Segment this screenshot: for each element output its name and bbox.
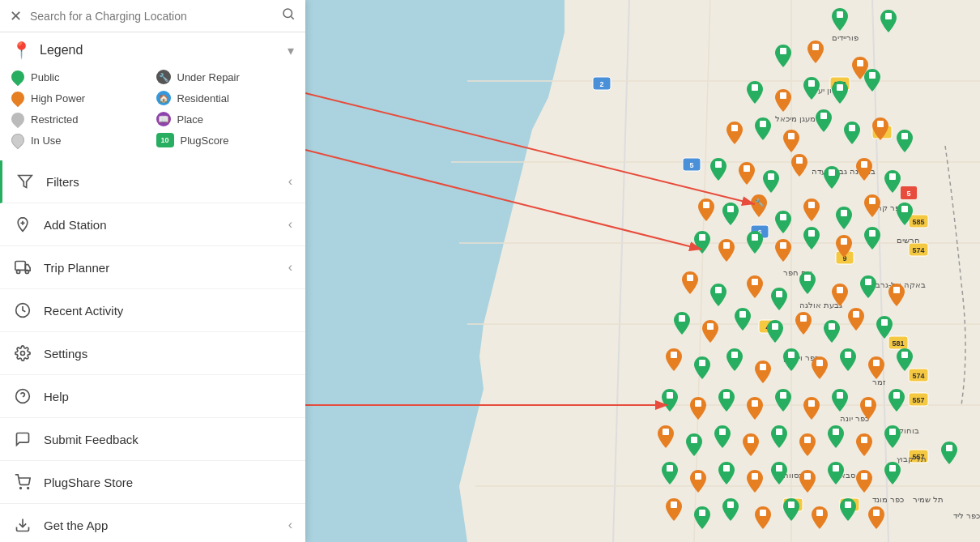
svg-rect-77 [780, 48, 786, 54]
get-app-menu-item[interactable]: Get the App ‹ [0, 504, 305, 542]
svg-rect-135 [816, 360, 823, 366]
search-input[interactable] [30, 10, 273, 23]
svg-rect-165 [861, 473, 867, 480]
svg-rect-174 [873, 510, 880, 516]
legend-item-residential: 🏠 Residential [156, 89, 295, 107]
svg-rect-130 [671, 352, 677, 358]
svg-rect-171 [788, 501, 795, 508]
svg-rect-81 [780, 92, 786, 99]
submit-feedback-menu-item[interactable]: Submit Feedback [0, 418, 305, 461]
map-area[interactable]: 2 5 6 672 5 585 574 9 4 581 574 557 553 … [305, 0, 980, 542]
legend-item-in-use: In Use [11, 131, 150, 149]
svg-text:תל שמיר: תל שמיר [913, 495, 944, 504]
svg-rect-168 [699, 510, 705, 516]
svg-point-6 [17, 270, 20, 273]
legend-item-public: Public [11, 68, 150, 86]
svg-rect-100 [727, 206, 734, 212]
map-background: 2 5 6 672 5 585 574 9 4 581 574 557 553 … [305, 0, 980, 542]
svg-rect-118 [804, 275, 811, 281]
legend-label-place: Place [177, 113, 204, 126]
svg-rect-105 [869, 198, 876, 204]
svg-rect-109 [752, 234, 758, 241]
filter-icon [15, 172, 35, 191]
svg-rect-75 [837, 11, 843, 18]
svg-text:574: 574 [912, 372, 924, 380]
legend-item-plugscore: 10 PlugScore [156, 131, 295, 149]
svg-rect-141 [723, 392, 730, 399]
restricted-pin-icon [9, 110, 28, 129]
svg-rect-120 [865, 279, 871, 285]
svg-rect-134 [788, 352, 795, 358]
search-bar: ✕ [0, 0, 305, 32]
legend-label-high-power: High Power [31, 92, 85, 105]
settings-label: Settings [44, 347, 87, 361]
legend-label-residential: Residential [177, 92, 229, 105]
svg-rect-113 [869, 230, 876, 237]
svg-rect-80 [752, 84, 758, 91]
under-repair-icon: 🔧 [156, 70, 171, 84]
svg-rect-115 [715, 287, 722, 293]
add-station-label: Add Station [44, 218, 107, 232]
svg-point-9 [21, 352, 25, 356]
svg-rect-144 [808, 400, 815, 407]
svg-rect-159 [695, 473, 701, 480]
legend-label-plugscore: PlugScore [181, 134, 229, 147]
residential-icon: 🏠 [156, 91, 171, 105]
svg-rect-126 [800, 315, 807, 322]
settings-menu-item[interactable]: Settings [0, 332, 305, 375]
svg-rect-99 [703, 202, 709, 208]
svg-text:זמר: זמר [872, 378, 886, 386]
svg-text:גבעת אולגה: גבעת אולגה [799, 301, 842, 309]
svg-rect-166 [889, 465, 896, 472]
svg-text:🔧: 🔧 [755, 198, 765, 207]
svg-rect-96 [829, 169, 835, 176]
plugshare-store-menu-item[interactable]: PlugShare Store [0, 461, 305, 504]
svg-rect-98 [889, 173, 896, 180]
submit-feedback-label: Submit Feedback [44, 433, 138, 446]
svg-rect-88 [820, 113, 827, 119]
legend-label-restricted: Restricted [31, 113, 79, 126]
legend-item-place: 📖 Place [156, 110, 295, 128]
legend-item-under-repair: 🔧 Under Repair [156, 68, 295, 86]
svg-rect-143 [780, 392, 786, 399]
search-icon[interactable] [281, 6, 296, 25]
sidebar: ✕ 📍 Legend ▾ Public 🔧 Under Repair [0, 0, 305, 542]
filters-menu-item[interactable]: Filters ‹ [0, 160, 305, 203]
svg-rect-161 [752, 473, 758, 480]
svg-rect-78 [812, 44, 819, 50]
svg-rect-103 [808, 202, 815, 208]
plugshare-store-label: PlugShare Store [44, 476, 133, 489]
svg-rect-154 [804, 437, 811, 443]
svg-rect-107 [699, 234, 705, 241]
recent-activity-label: Recent Activity [44, 304, 123, 318]
legend-header[interactable]: 📍 Legend ▾ [11, 41, 294, 60]
svg-rect-169 [727, 501, 734, 508]
svg-rect-95 [796, 157, 803, 164]
svg-rect-139 [667, 392, 673, 399]
svg-rect-156 [861, 437, 867, 443]
trip-planner-menu-item[interactable]: Trip Planner ‹ [0, 246, 305, 289]
svg-rect-140 [695, 400, 701, 407]
svg-rect-84 [869, 72, 876, 79]
svg-rect-123 [707, 323, 714, 330]
close-icon[interactable]: ✕ [10, 7, 22, 25]
svg-rect-128 [853, 311, 859, 318]
svg-rect-170 [760, 510, 766, 516]
svg-text:חרשים: חרשים [897, 236, 920, 245]
legend-grid: Public 🔧 Under Repair High Power 🏠 Resid… [11, 66, 294, 156]
help-menu-item[interactable]: Help [0, 375, 305, 418]
svg-text:5: 5 [906, 190, 910, 198]
svg-rect-136 [845, 352, 851, 358]
svg-rect-106 [901, 206, 908, 212]
svg-point-7 [25, 270, 28, 273]
svg-rect-104 [841, 210, 847, 216]
svg-rect-76 [885, 13, 892, 19]
svg-rect-146 [865, 400, 871, 407]
recent-activity-menu-item[interactable]: Recent Activity [0, 289, 305, 332]
add-station-menu-item[interactable]: Add Station ‹ [0, 203, 305, 246]
settings-icon [13, 344, 32, 363]
place-icon: 📖 [156, 112, 171, 126]
svg-rect-164 [833, 465, 839, 472]
svg-rect-151 [719, 429, 726, 435]
svg-rect-158 [667, 465, 673, 472]
